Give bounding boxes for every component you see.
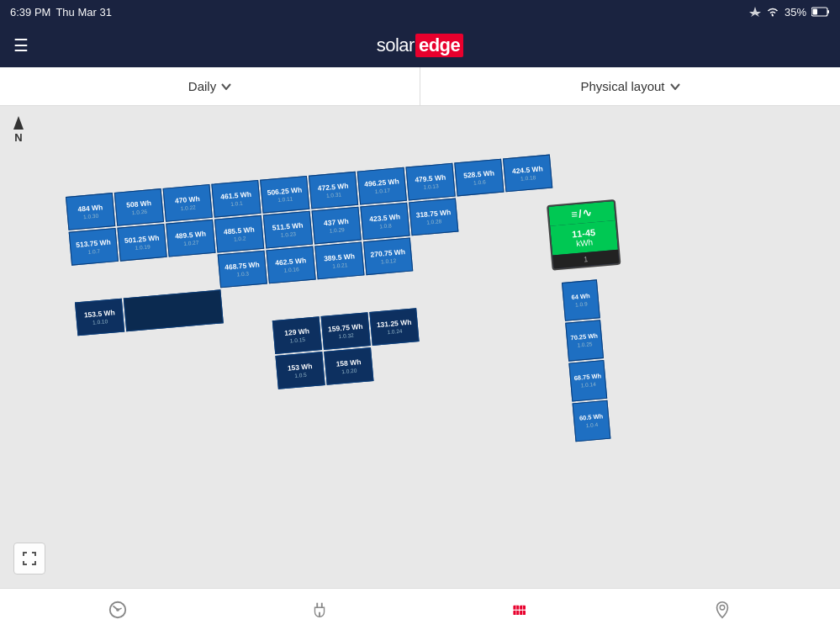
tab-bar: Daily Physical layout xyxy=(0,67,840,106)
north-indicator: N xyxy=(13,116,24,144)
side-panel-109[interactable]: 64 Wh 1.0.9 xyxy=(562,279,600,320)
panel-1026[interactable]: 508 Wh 1.0.26 xyxy=(114,188,164,226)
panel-102[interactable]: 485.5 Wh 1.0.2 xyxy=(214,215,264,253)
status-bar: 6:39 PM Thu Mar 31 35% xyxy=(0,0,840,24)
inverter-box[interactable]: ≡/∿ 11-45 kWh 1 xyxy=(547,199,621,271)
fit-screen-icon xyxy=(21,550,38,567)
panel-107[interactable]: 513.75 Wh 1.0.7 xyxy=(69,228,119,266)
north-arrow xyxy=(13,116,24,130)
panel-1013[interactable]: 479.5 Wh 1.0.13 xyxy=(405,163,455,201)
wifi-icon xyxy=(766,7,779,17)
solar-icon xyxy=(510,600,531,620)
battery-percent: 35% xyxy=(785,6,806,19)
panel-1010[interactable]: 153.5 Wh 1.0.10 xyxy=(75,299,124,336)
bottom-nav xyxy=(0,588,840,630)
panel-101[interactable]: 461.5 Wh 1.0.1 xyxy=(211,180,261,218)
panel-103[interactable]: 468.75 Wh 1.0.3 xyxy=(218,251,267,289)
side-panel-104[interactable]: 60.5 Wh 1.0.4 xyxy=(573,400,611,442)
menu-button[interactable]: ☰ xyxy=(13,35,29,56)
side-panel-1025[interactable]: 70.25 Wh 1.0.25 xyxy=(565,320,604,361)
panel-1029[interactable]: 437 Wh 1.0.29 xyxy=(312,207,362,245)
tab-physical-layout[interactable]: Physical layout xyxy=(420,67,840,105)
status-time: 6:39 PM xyxy=(10,6,50,19)
fit-screen-button[interactable] xyxy=(13,543,45,574)
svg-point-0 xyxy=(772,15,774,17)
panel-gap xyxy=(124,289,224,331)
panel-1032[interactable]: 159.75 Wh 1.0.32 xyxy=(321,312,371,350)
panel-1011[interactable]: 506.25 Wh 1.0.11 xyxy=(260,176,309,214)
panel-1012[interactable]: 270.75 Wh 1.0.12 xyxy=(363,237,413,275)
panel-1027[interactable]: 489.5 Wh 1.0.27 xyxy=(166,220,215,257)
panel-1031[interactable]: 472.5 Wh 1.0.31 xyxy=(309,172,358,209)
panel-1020[interactable]: 158 Wh 1.0.20 xyxy=(324,347,373,385)
chevron-down-icon xyxy=(670,83,680,90)
location-icon xyxy=(749,7,761,17)
side-panel-1014[interactable]: 68.75 Wh 1.0.14 xyxy=(568,360,607,401)
nav-solar[interactable] xyxy=(494,596,547,623)
status-date: Thu Mar 31 xyxy=(55,6,111,19)
nav-location[interactable] xyxy=(695,596,749,623)
chevron-down-icon xyxy=(221,83,231,90)
svg-rect-3 xyxy=(813,9,818,15)
panel-1017[interactable]: 496.25 Wh 1.0.17 xyxy=(357,167,407,205)
panel-1021[interactable]: 389.5 Wh 1.0.21 xyxy=(314,242,364,280)
app-header: ☰ solaredge xyxy=(0,24,840,67)
logo-solar: solar xyxy=(377,34,415,56)
app-logo: solaredge xyxy=(377,34,464,57)
panel-1022[interactable]: 470 Wh 1.0.22 xyxy=(163,184,213,222)
panel-1023[interactable]: 511.5 Wh 1.0.23 xyxy=(263,211,313,249)
panel-1028[interactable]: 318.75 Wh 1.0.28 xyxy=(409,199,458,236)
panel-106[interactable]: 528.5 Wh 1.0.6 xyxy=(454,159,504,197)
panel-105[interactable]: 153 Wh 1.0.5 xyxy=(275,352,325,389)
side-panel-group: 64 Wh 1.0.9 70.25 Wh 1.0.25 68.75 Wh 1.0… xyxy=(562,279,610,442)
panel-1018[interactable]: 424.5 Wh 1.0.18 xyxy=(503,155,552,193)
main-content: N 484 Wh 1.0.30 508 Wh 1.0.26 470 Wh 1.0… xyxy=(0,106,840,588)
panel-1030[interactable]: 484 Wh 1.0.30 xyxy=(66,193,115,230)
solar-array: 484 Wh 1.0.30 508 Wh 1.0.26 470 Wh 1.0.2… xyxy=(66,155,568,406)
location-nav-icon xyxy=(712,600,732,620)
panel-1016[interactable]: 462.5 Wh 1.0.16 xyxy=(266,246,315,284)
svg-rect-7 xyxy=(320,602,322,607)
panel-1019[interactable]: 501.25 Wh 1.0.19 xyxy=(117,224,166,262)
nav-plug[interactable] xyxy=(293,596,346,623)
panel-1015[interactable]: 129 Wh 1.0.15 xyxy=(272,316,322,354)
nav-dashboard[interactable] xyxy=(91,596,145,623)
panel-1024[interactable]: 131.25 Wh 1.0.24 xyxy=(369,308,419,346)
svg-rect-2 xyxy=(827,10,829,13)
panel-108[interactable]: 423.5 Wh 1.0.8 xyxy=(360,203,409,241)
svg-point-16 xyxy=(720,605,725,610)
tab-daily[interactable]: Daily xyxy=(0,67,420,105)
dashboard-icon xyxy=(108,600,128,620)
svg-rect-6 xyxy=(316,602,318,607)
battery-icon xyxy=(811,7,830,17)
plug-icon xyxy=(309,600,330,620)
logo-edge: edge xyxy=(415,34,463,57)
svg-point-5 xyxy=(116,608,119,611)
